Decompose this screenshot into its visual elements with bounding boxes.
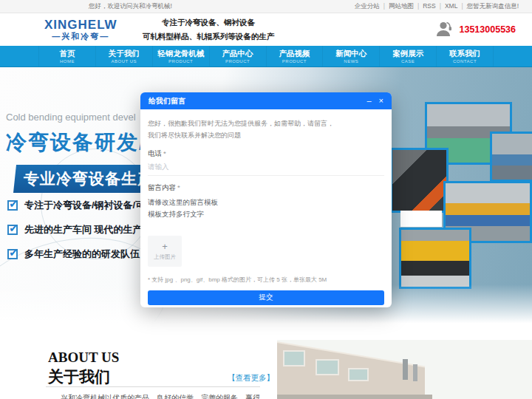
logo-chinese: —兴和冷弯— [44, 32, 117, 41]
plus-icon: + [162, 242, 168, 251]
topbar-links: 企业分站 网站地图 RSS XML 您暂无新询盘信息! [355, 2, 519, 11]
message-textarea[interactable]: 请修改这里的留言模板 模板支持多行文字 [148, 193, 384, 233]
feature-item: ✔ 专注于冷弯设备/钢衬设备/可 [7, 199, 152, 212]
feature-list: ✔ 专注于冷弯设备/钢衬设备/可 ✔ 先进的生产车间 现代的生产设 ✔ 多年生产… [7, 199, 152, 272]
link-branch-sites[interactable]: 企业分站 [355, 2, 380, 11]
machinery-photo [490, 132, 532, 182]
link-rss[interactable]: RSS [414, 2, 436, 11]
about-title-chinese: 关于我们 [48, 366, 110, 387]
upload-label: 上传图片 [154, 253, 176, 261]
phone-number: 13513005536 [460, 24, 516, 35]
phone-block: 13513005536 [435, 20, 516, 40]
banner-english-text: Cold bending equipment devel [6, 112, 136, 123]
photo-caption-box [400, 211, 442, 227]
nav-item-contact[interactable]: 联系我们 CONTACT [437, 46, 494, 66]
nav-item-products[interactable]: 产品中心 PRODUCT [210, 46, 267, 66]
customer-service-icon [435, 20, 454, 40]
site-logo[interactable]: XINGHELW —兴和冷弯— [44, 18, 117, 41]
feature-item: ✔ 先进的生产车间 现代的生产设 [7, 223, 152, 236]
logo-english: XINGHELW [44, 18, 117, 33]
close-icon[interactable]: × [379, 97, 383, 105]
machinery-photo [390, 148, 449, 213]
about-section: ABOUT US 关于我们 【查看更多】 兴和冷弯机械以优质的产品、良好的信誉、… [0, 336, 532, 399]
leave-message-modal: 给我们留言 – × 您好，很抱歉我们暂时无法为您提供服务，如需帮助，请留言， 我… [140, 92, 392, 307]
nav-item-home[interactable]: 首页 HOME [38, 46, 96, 66]
nav-item-keel-machinery[interactable]: 轻钢龙骨机械 PRODUCT [153, 46, 210, 66]
modal-header: 给我们留言 – × [140, 92, 392, 109]
modal-title: 给我们留言 [149, 96, 185, 106]
submit-button[interactable]: 提交 [148, 290, 384, 305]
checkmark-icon: ✔ [7, 200, 18, 211]
feature-item: ✔ 多年生产经验的的研发队伍 技 [7, 248, 152, 261]
machinery-photo [399, 228, 471, 289]
nav-item-videos[interactable]: 产品视频 PRODUCT [267, 46, 324, 66]
link-sitemap[interactable]: 网站地图 [380, 2, 414, 11]
link-xml[interactable]: XML [436, 2, 458, 11]
slogan-line-1: 专注于冷弯设备、钢衬设备 [143, 16, 275, 30]
view-more-link[interactable]: 【查看更多】 [228, 373, 274, 383]
modal-body: 您好，很抱歉我们暂时无法为您提供服务，如需帮助，请留言， 我们将尽快联系并解决您… [140, 109, 392, 305]
topbar: 您好，欢迎访问兴和冷弯机械! 企业分站 网站地图 RSS XML 您暂无新询盘信… [0, 0, 532, 13]
phone-field-label: 电话* [148, 149, 384, 159]
site-header: XINGHELW —兴和冷弯— 专注于冷弯设备、钢衬设备 可轧料型样品、轧辊系列… [0, 13, 532, 46]
slogan-line-2: 可轧料型样品、轧辊系列等设备的生产 [143, 30, 275, 44]
nav-item-about[interactable]: 关于我们 ABOUT US [96, 46, 153, 66]
minimize-icon[interactable]: – [366, 97, 371, 105]
upload-format-note: * 支持 jpg 、png、gif、bmp 格式的图片，可上传 5 张，单张最大… [148, 276, 384, 284]
header-slogan: 专注于冷弯设备、钢衬设备 可轧料型样品、轧辊系列等设备的生产 [143, 16, 275, 44]
upload-image-button[interactable]: + 上传图片 [148, 236, 182, 267]
divider [46, 386, 260, 387]
checkmark-icon: ✔ [7, 249, 18, 259]
welcome-text: 您好，欢迎访问兴和冷弯机械! [89, 2, 172, 11]
phone-input[interactable] [148, 159, 384, 176]
factory-photo [277, 340, 532, 399]
main-nav: 首页 HOME 关于我们 ABOUT US 轻钢龙骨机械 PRODUCT 产品中… [0, 46, 532, 67]
modal-intro: 您好，很抱歉我们暂时无法为您提供服务，如需帮助，请留言， 我们将尽快联系并解决您… [148, 118, 384, 142]
nav-item-news[interactable]: 新闻中心 NEWS [323, 46, 380, 66]
about-intro-text: 兴和冷弯机械以优质的产品、良好的信誉、完善的服务，赢得了广大客户的信赖 [46, 392, 262, 399]
message-field-label: 留言内容* [148, 183, 384, 193]
link-inquiry-status[interactable]: 您暂无新询盘信息! [457, 2, 519, 11]
checkmark-icon: ✔ [7, 225, 18, 235]
nav-item-cases[interactable]: 案例展示 CASE [380, 46, 437, 66]
about-title-english: ABOUT US [48, 349, 119, 366]
banner-headline: 冷弯设备研发/ [6, 129, 146, 157]
